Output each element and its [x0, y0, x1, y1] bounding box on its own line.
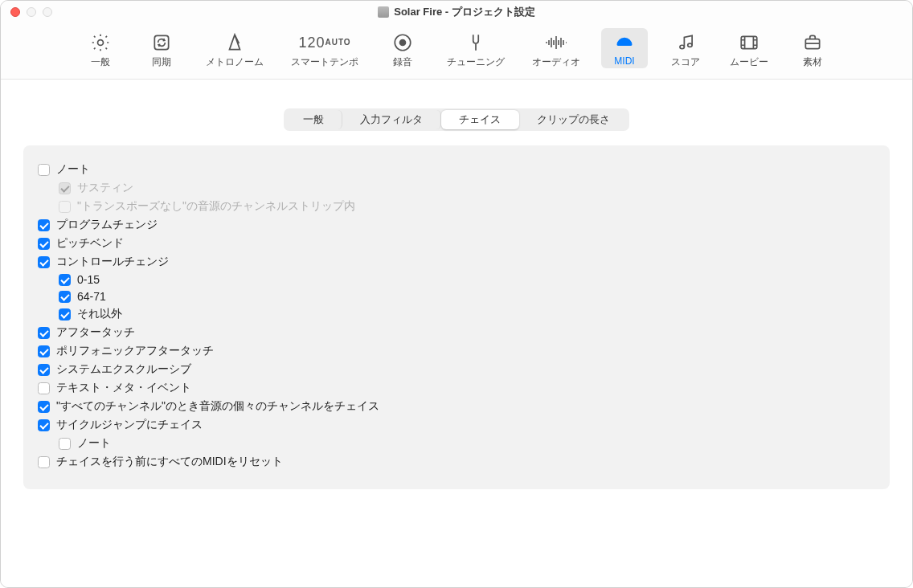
label-cycle-jump: サイクルジャンプにチェイス: [56, 418, 203, 432]
close-window-button[interactable]: [10, 7, 20, 17]
tab-chase[interactable]: チェイス: [441, 110, 519, 129]
toolbar-metronome[interactable]: メトロノーム: [199, 28, 270, 71]
option-all-channels: "すべてのチャンネル"のとき音源の個々のチャンネルをチェイス: [38, 399, 875, 414]
label-control-change: コントロールチェンジ: [56, 255, 169, 269]
option-cc-0-15: 0-15: [38, 273, 875, 286]
content-area: 一般 入力フィルタ チェイス クリップの長さ ノート サスティン "トランスポー…: [1, 80, 912, 587]
svg-point-4: [620, 42, 621, 43]
option-sysex: システムエクスクルーシブ: [38, 362, 875, 377]
label-program-change: プログラムチェンジ: [56, 218, 158, 232]
metronome-icon: [224, 31, 245, 54]
option-cycle-jump: サイクルジャンプにチェイス: [38, 418, 875, 432]
checkbox-pitch-bend[interactable]: [38, 238, 50, 250]
svg-point-8: [624, 39, 625, 40]
label-cycle-notes: ノート: [77, 436, 111, 451]
midi-icon: [614, 31, 635, 54]
toolbar-sync[interactable]: 同期: [138, 28, 185, 71]
midi-subtabs: 一般 入力フィルタ チェイス クリップの長さ: [23, 108, 890, 131]
checkbox-reset-midi[interactable]: [38, 456, 50, 468]
label-cc-64-71: 64-71: [77, 290, 106, 303]
toolbar-assets[interactable]: 素材: [789, 28, 836, 71]
label-notes: ノート: [56, 162, 90, 177]
label-no-transpose: "トランスポーズなし"の音源のチャンネルストリップ内: [77, 199, 355, 214]
toolbar-midi-label: MIDI: [614, 55, 634, 67]
option-cycle-notes: ノート: [38, 436, 875, 451]
label-cc-other: それ以外: [77, 307, 122, 321]
segmented-control: 一般 入力フィルタ チェイス クリップの長さ: [284, 108, 629, 131]
project-settings-window: Solar Fire - プロジェクト設定 一般 同期 メトロノーム 120: [0, 0, 913, 588]
toolbar-midi[interactable]: MIDI: [601, 28, 648, 68]
checkbox-cc-other[interactable]: [59, 308, 71, 321]
tab-clip-length[interactable]: クリップの長さ: [519, 110, 628, 129]
option-notes: ノート: [38, 162, 875, 177]
toolbar-assets-label: 素材: [803, 55, 822, 69]
toolbar-score-label: スコア: [671, 55, 700, 69]
toolbar-movie-label: ムービー: [730, 55, 768, 69]
label-cc-0-15: 0-15: [77, 273, 100, 286]
checkbox-cycle-notes[interactable]: [59, 438, 71, 450]
toolbar-audio-label: オーディオ: [532, 55, 580, 69]
checkbox-no-transpose: [59, 201, 71, 213]
toolbar-score[interactable]: スコア: [662, 28, 709, 71]
label-pitch-bend: ピッチベンド: [56, 236, 124, 251]
checkbox-program-change[interactable]: [38, 219, 50, 231]
label-text-meta: テキスト・メタ・イベント: [56, 381, 191, 395]
toolbar-general-label: 一般: [91, 55, 110, 69]
tuning-fork-icon: [465, 31, 486, 54]
svg-rect-11: [741, 36, 757, 48]
sync-icon: [151, 31, 172, 54]
label-sysex: システムエクスクルーシブ: [56, 362, 191, 377]
maximize-window-button[interactable]: [43, 7, 52, 17]
checkbox-control-change[interactable]: [38, 256, 50, 268]
option-program-change: プログラムチェンジ: [38, 218, 875, 232]
option-cc-other: それ以外: [38, 307, 875, 321]
checkbox-aftertouch[interactable]: [38, 327, 50, 339]
svg-point-6: [625, 39, 627, 41]
option-control-change: コントロールチェンジ: [38, 255, 875, 269]
titlebar: Solar Fire - プロジェクト設定: [1, 1, 912, 23]
label-reset-midi: チェイスを行う前にすべてのMIDIをリセット: [56, 455, 283, 469]
tempo-number: 120: [298, 35, 325, 50]
toolbar-tuning[interactable]: チューニング: [440, 28, 511, 71]
option-no-transpose: "トランスポーズなし"の音源のチャンネルストリップ内: [38, 199, 875, 214]
toolbar-metronome-label: メトロノーム: [206, 55, 264, 69]
label-sustain: サスティン: [77, 181, 133, 195]
tab-input-filter[interactable]: 入力フィルタ: [342, 110, 441, 129]
checkbox-notes[interactable]: [38, 164, 50, 176]
checkbox-poly-aftertouch[interactable]: [38, 345, 50, 357]
tempo-icon: 120 AUTO: [298, 31, 350, 54]
movie-icon: [739, 31, 759, 54]
tempo-auto: AUTO: [325, 39, 350, 47]
toolbar-audio[interactable]: オーディオ: [526, 28, 587, 71]
toolbar-record[interactable]: 録音: [379, 28, 426, 71]
minimize-window-button[interactable]: [27, 7, 36, 17]
svg-point-0: [98, 40, 104, 46]
traffic-lights: [1, 7, 52, 17]
window-title: Solar Fire - プロジェクト設定: [1, 5, 912, 19]
toolbar-sync-label: 同期: [152, 55, 171, 69]
tab-general[interactable]: 一般: [285, 110, 342, 129]
chase-options-panel: ノート サスティン "トランスポーズなし"の音源のチャンネルストリップ内 プログ…: [23, 145, 890, 489]
checkbox-cc-0-15[interactable]: [59, 274, 71, 286]
checkbox-cycle-jump[interactable]: [38, 419, 50, 431]
toolbar-smart-tempo[interactable]: 120 AUTO スマートテンポ: [285, 28, 365, 71]
record-icon: [392, 31, 413, 54]
window-title-text: Solar Fire - プロジェクト設定: [394, 5, 535, 19]
option-pitch-bend: ピッチベンド: [38, 236, 875, 251]
option-poly-aftertouch: ポリフォニックアフタータッチ: [38, 344, 875, 358]
label-all-channels: "すべてのチャンネル"のとき音源の個々のチャンネルをチェイス: [56, 399, 379, 414]
option-text-meta: テキスト・メタ・イベント: [38, 381, 875, 395]
toolbar-record-label: 録音: [393, 55, 412, 69]
score-icon: [675, 31, 696, 54]
label-aftertouch: アフタータッチ: [56, 325, 135, 340]
waveform-icon: [544, 31, 568, 54]
option-aftertouch: アフタータッチ: [38, 325, 875, 340]
toolbar-movie[interactable]: ムービー: [723, 28, 775, 71]
checkbox-cc-64-71[interactable]: [59, 291, 71, 303]
checkbox-all-channels[interactable]: [38, 401, 50, 413]
checkbox-sysex[interactable]: [38, 364, 50, 376]
checkbox-text-meta[interactable]: [38, 382, 50, 394]
checkbox-sustain: [59, 182, 71, 194]
toolbar-general[interactable]: 一般: [77, 28, 124, 71]
toolbar-smart-tempo-label: スマートテンポ: [291, 55, 358, 69]
